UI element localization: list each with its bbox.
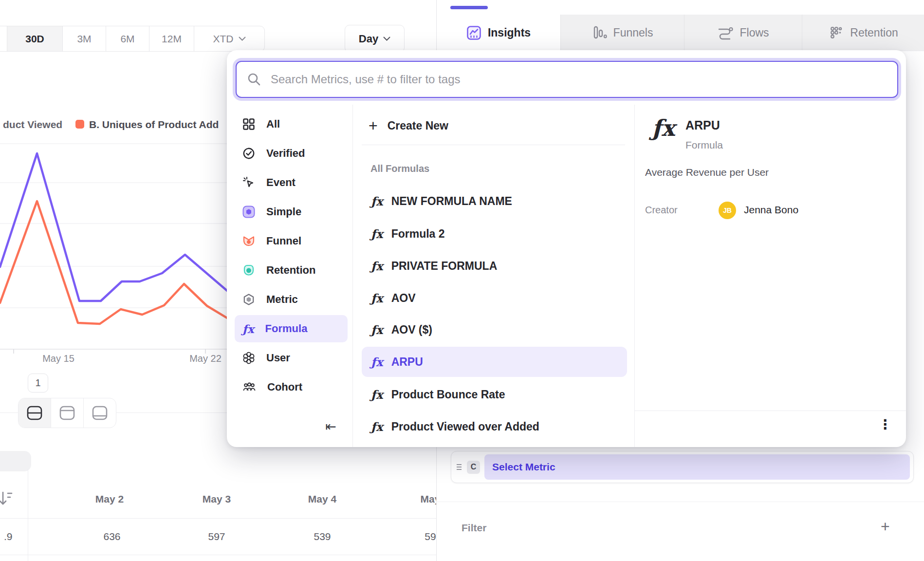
time-range-xtd[interactable]: XTD bbox=[194, 26, 265, 52]
table-header-divider bbox=[0, 518, 436, 519]
table-cell: 636 bbox=[103, 531, 120, 542]
layout-bottom-panel-button[interactable] bbox=[83, 398, 116, 428]
detail-description: Average Revenue per User bbox=[645, 167, 769, 178]
bottom-panel-icon bbox=[92, 405, 108, 421]
category-metric[interactable]: Metric bbox=[235, 286, 348, 313]
retention-shape-icon bbox=[242, 264, 255, 277]
formula-item[interactable]: ƒx Product Viewed over Added bbox=[362, 411, 627, 442]
plus-icon: + bbox=[369, 118, 378, 133]
x-axis-label-may15: May 15 bbox=[42, 353, 74, 364]
table-header-may3[interactable]: May 3 bbox=[203, 493, 231, 505]
grid-icon bbox=[242, 118, 255, 131]
category-formula[interactable]: ƒx Formula bbox=[235, 315, 348, 342]
formula-fx-icon: ƒx bbox=[371, 194, 383, 208]
category-verified[interactable]: Verified bbox=[235, 140, 348, 167]
layout-top-panel-button[interactable] bbox=[51, 398, 83, 428]
tab-retention-label: Retention bbox=[850, 26, 898, 39]
sort-icon[interactable] bbox=[0, 489, 14, 508]
time-range-6m[interactable]: 6M bbox=[106, 26, 149, 52]
creator-label: Creator bbox=[645, 205, 678, 216]
formula-fx-icon: ƒx bbox=[371, 323, 383, 337]
formula-item-label: PRIVATE FORMULA bbox=[391, 260, 498, 273]
table-cell: 597 bbox=[208, 531, 225, 542]
metric-hexagon-icon bbox=[242, 293, 255, 306]
detail-metric-name: ARPU bbox=[685, 118, 720, 132]
app-window: 30D 3M 6M 12M XTD Day duct Viewed B. Uni… bbox=[0, 0, 924, 561]
tab-insights[interactable]: Insights bbox=[437, 15, 560, 51]
collapse-sidebar-icon[interactable]: ⇤ bbox=[325, 419, 336, 434]
formula-item[interactable]: ƒx AOV bbox=[362, 283, 627, 313]
formula-item-label: Product Bounce Rate bbox=[391, 388, 505, 401]
time-range-30d[interactable]: 30D bbox=[7, 26, 63, 52]
tab-insights-label: Insights bbox=[488, 26, 531, 39]
create-new-button[interactable]: + Create New bbox=[362, 112, 627, 139]
filter-section-label: Filter bbox=[462, 522, 486, 534]
tab-flows[interactable]: Flows bbox=[684, 15, 802, 51]
metric-row: C Select Metric bbox=[451, 451, 914, 483]
tab-flows-label: Flows bbox=[739, 26, 769, 39]
time-range-partial[interactable] bbox=[0, 26, 7, 52]
formula-fx-icon: ƒx bbox=[371, 388, 383, 402]
granularity-button[interactable]: Day bbox=[345, 25, 405, 53]
breakdown-tab[interactable] bbox=[0, 451, 31, 471]
chevron-down-icon bbox=[383, 37, 390, 41]
select-metric-button[interactable]: Select Metric bbox=[484, 454, 910, 480]
metric-picker-dropdown: All Verified Event Simple bbox=[227, 50, 906, 447]
category-funnel[interactable]: Funnel bbox=[235, 227, 348, 255]
table-cell-partial: .9 bbox=[4, 531, 13, 542]
line-chart[interactable] bbox=[0, 136, 229, 365]
table-header-may4[interactable]: May 4 bbox=[308, 493, 336, 505]
legend-swatch-orange bbox=[75, 120, 84, 129]
x-axis-label-may22: May 22 bbox=[189, 353, 222, 364]
category-cohort[interactable]: Cohort bbox=[235, 374, 348, 401]
formula-fx-icon: ƒx bbox=[371, 420, 383, 434]
table-header-may2[interactable]: May 2 bbox=[95, 493, 124, 505]
formula-item-label: AOV bbox=[391, 292, 416, 305]
layout-toggle-group bbox=[18, 398, 116, 428]
verified-badge-icon bbox=[242, 147, 255, 160]
metric-search-box bbox=[236, 61, 898, 98]
drag-handle-icon[interactable] bbox=[456, 463, 462, 471]
formula-fx-icon: ƒx bbox=[242, 322, 254, 336]
category-label: Formula bbox=[265, 322, 308, 335]
formula-item-label: NEW FORMULA NAME bbox=[391, 195, 512, 208]
add-filter-button[interactable]: + bbox=[881, 518, 890, 536]
formula-fx-icon: ƒx bbox=[371, 291, 383, 305]
select-metric-label: Select Metric bbox=[492, 461, 555, 473]
time-range-12m[interactable]: 12M bbox=[149, 26, 194, 52]
formula-item[interactable]: ƒx PRIVATE FORMULA bbox=[362, 251, 627, 281]
flows-wave-icon bbox=[718, 25, 733, 40]
formula-item-selected[interactable]: ƒx ARPU bbox=[362, 347, 627, 377]
formula-item[interactable]: ƒx Formula 2 bbox=[362, 219, 627, 249]
tab-retention[interactable]: Retention bbox=[802, 15, 924, 51]
category-user[interactable]: User bbox=[235, 344, 348, 372]
time-range-3m[interactable]: 3M bbox=[62, 26, 106, 52]
formula-item[interactable]: ƒx NEW FORMULA NAME bbox=[362, 186, 627, 216]
chevron-down-icon bbox=[239, 37, 246, 41]
formula-item[interactable]: ƒx Product Bounce Rate bbox=[362, 379, 627, 410]
category-all[interactable]: All bbox=[235, 111, 348, 138]
kebab-menu-icon[interactable]: ⋮ bbox=[878, 416, 892, 432]
simple-square-icon bbox=[242, 206, 255, 218]
split-rows-icon bbox=[26, 405, 43, 421]
table-column-divider bbox=[28, 469, 28, 561]
detail-metric-type: Formula bbox=[685, 139, 723, 151]
table-row-divider bbox=[0, 555, 436, 555]
category-simple[interactable]: Simple bbox=[235, 198, 348, 225]
tab-funnels[interactable]: Funnels bbox=[560, 15, 684, 51]
top-panel-icon bbox=[59, 405, 75, 421]
funnel-shield-icon bbox=[242, 235, 255, 247]
active-tab-indicator bbox=[450, 6, 488, 9]
category-label: Verified bbox=[266, 147, 305, 160]
page-number-box[interactable]: 1 bbox=[28, 374, 48, 393]
legend-item-a-label[interactable]: duct Viewed bbox=[3, 119, 62, 131]
formula-item[interactable]: ƒx AOV ($) bbox=[362, 315, 627, 345]
layout-split-rows-button[interactable] bbox=[18, 398, 51, 428]
category-event[interactable]: Event bbox=[235, 169, 348, 196]
category-retention[interactable]: Retention bbox=[235, 257, 348, 284]
filter-divider bbox=[437, 502, 924, 502]
legend-item-b-label[interactable]: B. Uniques of Product Add bbox=[89, 119, 219, 131]
metric-search-input[interactable] bbox=[270, 72, 897, 87]
metric-row-badge: C bbox=[467, 461, 480, 474]
formula-fx-icon: ƒx bbox=[371, 355, 383, 369]
